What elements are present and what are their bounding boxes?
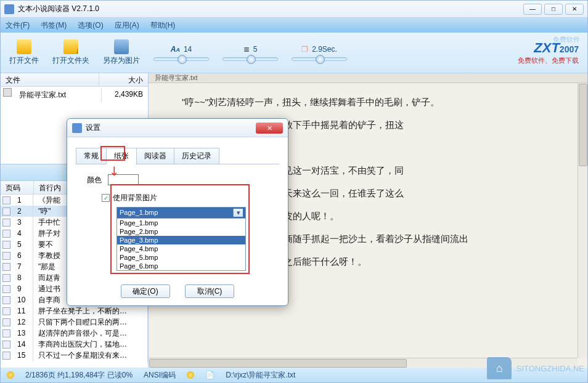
file-list-header: 文件 大小	[1, 73, 148, 87]
file-row[interactable]: 异能寻宝家.txt 2,439KB	[1, 87, 148, 103]
window-title: 文本小说阅读器 V2.7.1.0	[18, 4, 523, 14]
maximize-button[interactable]: □	[544, 4, 563, 15]
save-icon	[114, 39, 129, 54]
page-icon	[2, 352, 10, 360]
status-orb-icon	[7, 371, 14, 379]
minimize-button[interactable]: ―	[523, 4, 542, 15]
dialog-titlebar[interactable]: 设置 ✕	[67, 119, 288, 137]
page-icon	[2, 341, 10, 349]
page-icon	[2, 196, 10, 204]
dialog-title-text: 设置	[86, 123, 100, 133]
status-encoding: ANSI编码	[144, 370, 176, 381]
page-row[interactable]: 15只不过一个多星期没有来…	[1, 350, 148, 361]
file-icon	[3, 88, 12, 97]
page-icon	[2, 329, 10, 337]
file-col-name[interactable]: 文件	[1, 73, 99, 86]
reader-file-header: 异能寻宝家.txt	[149, 73, 587, 83]
tab-history[interactable]: 历史记录	[174, 148, 219, 164]
page-icon	[2, 285, 10, 293]
page-icon	[2, 274, 10, 282]
watermark-icon: ⌂	[487, 357, 512, 379]
annotation-box	[100, 146, 125, 161]
menu-file[interactable]: 文件(F)	[6, 20, 30, 31]
ok-button[interactable]: 确定(O)	[121, 284, 170, 298]
menu-bookmark[interactable]: 书签(M)	[41, 20, 67, 31]
menubar: 文件(F) 书签(M) 选项(O) 应用(A) 帮助(H)	[1, 18, 587, 33]
page-icon	[2, 252, 10, 260]
line-spacing-icon: ≣	[243, 45, 250, 54]
titlebar: 文本小说阅读器 V2.7.1.0 ― □ ✕	[1, 1, 587, 18]
file-col-size[interactable]: 大小	[99, 73, 148, 86]
toolbar: 免费软件 打开文件 ↓ 打开文件夹 另存为图片 AA14 ≣5 ❐2.9Sec.…	[1, 33, 587, 73]
page-icon	[2, 241, 10, 249]
app-icon	[4, 4, 14, 14]
page-col-num[interactable]: 页码	[1, 181, 34, 194]
vertical-scrollbar[interactable]	[578, 83, 587, 358]
font-size-icon: AA	[171, 45, 180, 54]
color-label: 颜色	[87, 175, 102, 185]
font-size-slider[interactable]: AA14	[153, 45, 209, 61]
status-orb2-icon	[187, 371, 194, 379]
watermark: ⌂ .SITONGZHIDA.NE	[487, 357, 584, 379]
reader-line: "哼~~"刘艺清轻哼一声，扭头，继续挥舞着手中的毛刷，铲子。	[163, 92, 573, 112]
checkbox-icon: ✓	[102, 194, 110, 202]
close-button[interactable]: ✕	[565, 4, 584, 15]
open-file-button[interactable]: 打开文件	[9, 39, 39, 66]
open-folder-button[interactable]: ↓ 打开文件夹	[52, 39, 89, 66]
page-icon	[2, 208, 10, 216]
page-icon	[2, 230, 10, 238]
folder-icon	[17, 39, 31, 54]
annotation-box-2	[110, 184, 250, 274]
page-icon	[2, 307, 10, 315]
status-page-info: 2/1836页 约1,198,484字 已读0%	[25, 370, 133, 381]
watermark-text: .SITONGZHIDA.NE	[514, 364, 584, 373]
save-as-image-button[interactable]: 另存为图片	[103, 39, 140, 66]
page-icon	[2, 296, 10, 304]
page-icon	[2, 318, 10, 326]
folder-open-icon: ↓	[63, 39, 78, 54]
pages-icon: ❐	[301, 45, 308, 54]
scroll-speed-slider[interactable]: ❐2.9Sec.	[292, 45, 347, 61]
settings-dialog: 设置 ✕ 常规 纸张 阅读器 历史记录 ↘ 颜色 ✓ 使用背景图片 Page_1…	[67, 118, 288, 306]
menu-app[interactable]: 应用(A)	[115, 20, 139, 31]
dialog-close-button[interactable]: ✕	[256, 123, 283, 134]
status-path: D:\rjxz\异能寻宝家.txt	[226, 370, 295, 381]
dialog-icon	[72, 123, 82, 133]
line-spacing-slider[interactable]: ≣5	[223, 45, 278, 61]
menu-help[interactable]: 帮助(H)	[150, 20, 176, 31]
page-icon	[2, 219, 10, 227]
page-icon	[2, 263, 10, 271]
menu-options[interactable]: 选项(O)	[78, 20, 103, 31]
tab-reader[interactable]: 阅读器	[136, 148, 174, 164]
free-software-label: 免费软件	[553, 35, 580, 44]
cancel-button[interactable]: 取消(C)	[185, 284, 234, 298]
